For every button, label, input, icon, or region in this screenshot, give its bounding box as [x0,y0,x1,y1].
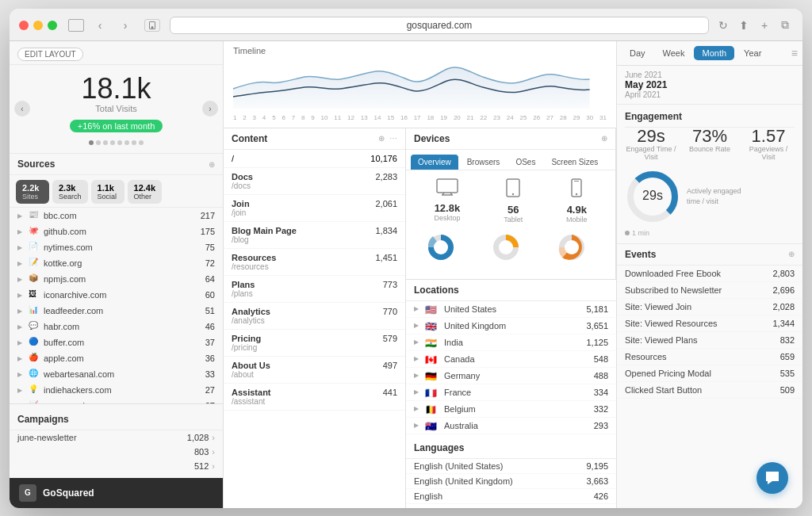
devices-tab-screensizes[interactable]: Screen Sizes [544,155,605,170]
content-row[interactable]: 1,451 Resources /resources [224,249,405,276]
content-row[interactable]: /10,176 [224,150,405,168]
back-button[interactable]: ‹ [90,17,109,33]
source-favicon: 📦 [29,273,40,285]
prev-widget-button[interactable]: ‹ [14,101,30,117]
source-row[interactable]: ▶ 🖼 iconarchive.com 60 [10,287,223,303]
gosquared-label: GoSquared [43,487,94,499]
source-row[interactable]: ▶ 🐙 github.com 175 [10,224,223,239]
event-name: Site: Viewed Resources [625,319,772,328]
engaged-time-metric: 29s Engaged Time / Visit [625,128,677,161]
sources-tab-sites[interactable]: 2.2k Sites [16,180,49,204]
source-count: 37 [205,338,215,347]
chat-bubble[interactable] [756,462,788,494]
location-row[interactable]: ▶ 🇨🇦 Canada 548 [406,351,616,368]
devices-more-icon[interactable]: ⊕ [601,134,607,143]
sources-tab-search[interactable]: 2.3k Search [52,180,88,204]
location-row[interactable]: ▶ 🇦🇺 Australia 293 [406,418,616,434]
content-subpath: /about [232,370,397,379]
location-expand-icon: ▶ [414,372,422,379]
time-menu-icon[interactable]: ≡ [791,47,798,59]
source-name: npmjs.com [44,274,205,284]
event-count: 659 [780,352,795,361]
campaign-row[interactable]: 512 › [10,459,223,473]
locations-title: Locations [414,285,459,296]
new-window-icon[interactable]: ⧉ [777,17,793,33]
language-count: 9,195 [586,461,608,471]
events-section: Events ⊕ Downloaded Free Ebook 2,803 Sub… [617,244,802,467]
sources-header: Sources ⊕ [10,154,223,175]
time-tab-week[interactable]: Week [655,46,693,60]
desktop-icon [434,178,460,201]
campaign-row[interactable]: 803 › [10,445,223,459]
source-name: buffer.com [44,338,205,347]
reload-icon[interactable]: ↻ [715,17,731,33]
locations-header: Locations [406,280,616,301]
source-row[interactable]: ▶ 💬 habr.com 46 [10,319,223,334]
location-row[interactable]: ▶ 🇺🇸 United States 5,181 [406,301,616,318]
location-row[interactable]: ▶ 🇬🇧 United Kingdom 3,651 [406,318,616,334]
url-bar[interactable]: gosquared.com [170,17,709,34]
location-row[interactable]: ▶ 🇩🇪 Germany 488 [406,368,616,384]
add-tab-icon[interactable]: + [756,17,772,33]
source-row[interactable]: ▶ 📝 kottke.org 72 [10,255,223,271]
time-tab-day[interactable]: Day [622,46,653,60]
source-row[interactable]: ▶ 🔵 buffer.com 37 [10,334,223,350]
next-widget-button[interactable]: › [202,101,218,117]
minimize-button[interactable] [33,21,43,30]
dot-1 [89,140,94,145]
source-favicon: 💡 [29,384,40,396]
source-name: github.com [44,227,201,236]
content-row[interactable]: 441 Assistant /assistant [224,384,405,411]
devices-tab-overview[interactable]: Overview [411,155,458,170]
edit-layout-button[interactable]: EDIT LAYOUT [17,48,83,61]
sources-expand-icon[interactable]: ⊕ [209,160,215,169]
campaign-arrow-icon: › [212,447,215,457]
content-row[interactable]: 1,834 Blog Main Page /blog [224,222,405,249]
sources-title: Sources [17,159,55,170]
content-more-icon[interactable]: ⋯ [389,134,397,143]
devices-tab-browsers[interactable]: Browsers [460,155,508,170]
content-row[interactable]: 579 Pricing /pricing [224,330,405,357]
source-row[interactable]: ▶ 📄 nytimes.com 75 [10,239,223,255]
time-tab-month[interactable]: Month [694,46,734,60]
events-more-icon[interactable]: ⊕ [788,250,795,258]
widget-dots [25,140,207,145]
campaigns-title: Campaigns [17,414,69,425]
close-button[interactable] [19,21,29,30]
content-row[interactable]: 2,061 Join /join [224,195,405,222]
source-row[interactable]: ▶ 📦 npmjs.com 64 [10,271,223,287]
source-row[interactable]: ▶ 🍎 apple.com 36 [10,350,223,366]
forward-button[interactable]: › [116,17,135,33]
source-row[interactable]: ▶ 📰 bbc.com 217 [10,208,223,224]
content-name: Analytics [232,307,397,316]
devices-tab-oses[interactable]: OSes [508,155,542,170]
source-favicon: 💬 [29,321,40,332]
svg-point-12 [499,240,513,254]
share-icon[interactable]: ⬆ [736,17,752,33]
source-row[interactable]: ▶ 💡 indiehackers.com 27 [10,382,223,398]
time-tab-year[interactable]: Year [736,46,769,60]
source-row[interactable]: ▶ 📊 leadfeeder.com 51 [10,303,223,319]
desktop-value: 12.8k [434,202,460,214]
location-flag: 🇧🇪 [425,404,439,414]
source-row[interactable]: ▶ 🌐 webartesanal.com 33 [10,366,223,382]
location-row[interactable]: ▶ 🇧🇪 Belgium 332 [406,401,616,418]
sources-tab-other[interactable]: 12.4k Other [128,180,163,204]
content-count: 2,283 [375,172,397,182]
engaged-time-value: 29s [625,128,677,145]
location-row[interactable]: ▶ 🇫🇷 France 334 [406,384,616,401]
content-row[interactable]: 773 Plans /plans [224,276,405,303]
content-row[interactable]: 770 Analytics /analytics [224,303,405,330]
location-row[interactable]: ▶ 🇮🇳 India 1,125 [406,334,616,351]
next-date: April 2021 [625,90,795,99]
content-row[interactable]: 2,283 Docs /docs [224,168,405,195]
engagement-header: Engagement [625,111,795,128]
content-row[interactable]: 497 About Us /about [224,357,405,384]
source-count: 72 [205,258,215,268]
events-title: Events [625,249,656,260]
campaign-row[interactable]: june-newsletter 1,028 › [10,430,223,445]
location-flag: 🇫🇷 [425,388,439,397]
sources-tab-social[interactable]: 1.1k Social [91,180,124,204]
content-filter-icon[interactable]: ⊕ [378,134,385,143]
maximize-button[interactable] [48,21,57,30]
